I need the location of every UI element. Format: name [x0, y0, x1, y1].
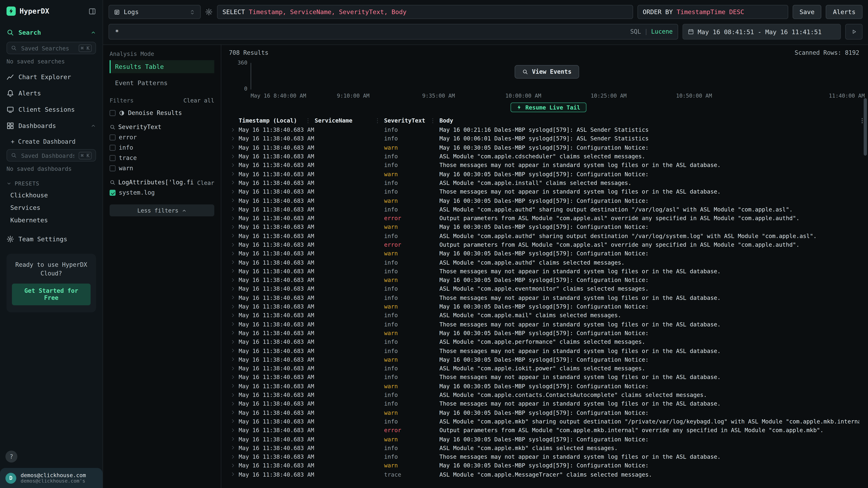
expand-row-icon[interactable] [230, 304, 236, 309]
log-row[interactable]: May 16 11:38:40.683 AMinfoThose messages… [229, 373, 868, 382]
sidebar-item-search[interactable]: Search [0, 24, 102, 41]
column-resize-grip-icon[interactable]: ⋮ [305, 117, 311, 124]
log-row[interactable]: May 16 11:38:40.683 AMinfoASL Module "co… [229, 390, 868, 399]
save-button[interactable]: Save [793, 5, 822, 19]
expand-row-icon[interactable] [230, 445, 236, 450]
log-row[interactable]: May 16 11:38:40.683 AMwarnMay 16 00:30:0… [229, 461, 868, 470]
lang-sql[interactable]: SQL [630, 28, 641, 35]
expand-row-icon[interactable] [230, 454, 236, 459]
log-row[interactable]: May 16 11:38:40.683 AMwarnMay 16 00:30:0… [229, 223, 868, 231]
filter-option-system.log[interactable]: system.log [110, 188, 214, 198]
filter-option-warn[interactable]: warn [110, 163, 214, 173]
user-menu[interactable]: D demos@clickhouse.com demos@clickhouse.… [0, 468, 102, 488]
log-row[interactable]: May 16 11:38:40.683 AMinfoThose messages… [229, 161, 868, 169]
log-row[interactable]: May 16 11:38:40.683 AMwarnMay 16 00:30:0… [229, 408, 868, 417]
saved-searches-field[interactable] [20, 44, 75, 52]
scrollbar-thumb[interactable] [864, 98, 867, 156]
log-row[interactable]: May 16 11:38:40.683 AMwarnMay 16 00:30:0… [229, 143, 868, 152]
less-filters-button[interactable]: Less filters [110, 204, 214, 216]
log-row[interactable]: May 16 11:38:40.683 AMinfoMay 16 00:06:0… [229, 134, 868, 143]
expand-row-icon[interactable] [230, 339, 236, 344]
saved-dashboards-input[interactable]: ⌘ K [6, 149, 96, 162]
expand-row-icon[interactable] [230, 366, 236, 371]
checkbox[interactable] [110, 155, 116, 161]
preset-clickhouse[interactable]: Clickhouse [0, 189, 102, 202]
sidebar-item-alerts[interactable]: Alerts [0, 85, 102, 101]
expand-row-icon[interactable] [230, 419, 236, 424]
expand-row-icon[interactable] [230, 392, 236, 397]
expand-row-icon[interactable] [230, 180, 236, 185]
expand-row-icon[interactable] [230, 357, 236, 362]
preset-services[interactable]: Services [0, 202, 102, 214]
presets-section-toggle[interactable]: PRESETS [0, 176, 102, 189]
log-row[interactable]: May 16 11:38:40.683 AMinfoThose messages… [229, 399, 868, 408]
preset-kubernetes[interactable]: Kubernetes [0, 214, 102, 227]
column-header-body[interactable]: Body [439, 117, 859, 124]
log-row[interactable]: May 16 11:38:40.683 AMerrorOutput parame… [229, 240, 868, 249]
log-row[interactable]: May 16 11:38:40.683 AMinfoThose messages… [229, 452, 868, 461]
filter-option-error[interactable]: error [110, 132, 214, 142]
log-row[interactable]: May 16 11:38:40.683 AMtraceASL Module "c… [229, 470, 868, 479]
expand-row-icon[interactable] [230, 154, 236, 159]
expand-row-icon[interactable] [230, 145, 236, 150]
log-row[interactable]: May 16 11:38:40.683 AMinfoASL Module "co… [229, 311, 868, 320]
filter-option-info[interactable]: info [110, 142, 214, 153]
column-header-timestamp[interactable]: Timestamp (Local) ⋮ [239, 117, 315, 124]
expand-row-icon[interactable] [230, 207, 236, 212]
log-row[interactable]: May 16 11:38:40.683 AMinfoASL Module "co… [229, 443, 868, 452]
expand-row-icon[interactable] [230, 410, 236, 415]
order-by-input[interactable]: ORDER BY TimestampTime DESC [637, 5, 788, 19]
expand-row-icon[interactable] [230, 286, 236, 291]
expand-row-icon[interactable] [230, 463, 236, 468]
mode-results-table[interactable]: Results Table [110, 60, 214, 73]
sidebar-collapse-icon[interactable] [88, 7, 96, 15]
alerts-button[interactable]: Alerts [826, 5, 863, 19]
log-row[interactable]: May 16 11:38:40.683 AMinfoASL Module "co… [229, 152, 868, 161]
search-query-field[interactable] [114, 28, 626, 36]
expand-row-icon[interactable] [230, 251, 236, 256]
column-header-severitytext[interactable]: SeverityText ⋮ [384, 117, 439, 124]
checkbox[interactable] [110, 110, 116, 116]
log-row[interactable]: May 16 11:38:40.683 AMwarnMay 16 00:30:0… [229, 382, 868, 390]
help-button[interactable]: ? [5, 451, 18, 462]
sidebar-item-chart-explorer[interactable]: Chart Explorer [0, 69, 102, 85]
expand-row-icon[interactable] [230, 225, 236, 229]
sidebar-item-client-sessions[interactable]: Client Sessions [0, 101, 102, 118]
log-row[interactable]: May 16 11:38:40.683 AMinfoASL Module "co… [229, 284, 868, 293]
log-row[interactable]: May 16 11:38:40.683 AMwarnMay 16 00:30:0… [229, 302, 868, 311]
log-row[interactable]: May 16 11:38:40.683 AMwarnMay 16 00:30:0… [229, 196, 868, 205]
expand-row-icon[interactable] [230, 295, 236, 300]
log-row[interactable]: May 16 11:38:40.683 AMinfoASL Module "co… [229, 337, 868, 346]
create-dashboard-button[interactable]: + Create Dashboard [0, 134, 102, 148]
log-row[interactable]: May 16 11:38:40.683 AMinfoASL Module "co… [229, 205, 868, 214]
expand-row-icon[interactable] [230, 436, 236, 442]
log-row[interactable]: May 16 11:38:40.683 AMwarnMay 16 00:30:0… [229, 355, 868, 364]
sidebar-item-team-settings[interactable]: Team Settings [0, 231, 102, 247]
checkbox[interactable] [110, 145, 116, 151]
log-row[interactable]: May 16 11:38:40.683 AMinfoASL Module "co… [229, 417, 868, 426]
log-row[interactable]: May 16 11:38:40.683 AMinfoThose messages… [229, 293, 868, 302]
log-row[interactable]: May 16 11:38:40.683 AMerrorOutput parame… [229, 214, 868, 223]
column-resize-grip-icon[interactable]: ⋮ [430, 117, 436, 124]
expand-row-icon[interactable] [230, 472, 236, 477]
expand-row-icon[interactable] [230, 233, 236, 238]
sidebar-item-dashboards[interactable]: Dashboards [0, 118, 102, 134]
log-row[interactable]: May 16 11:38:40.683 AMinfoASL Module "co… [229, 258, 868, 267]
expand-row-icon[interactable] [230, 242, 236, 247]
log-row[interactable]: May 16 11:38:40.683 AMinfoASL Module "co… [229, 364, 868, 373]
resume-live-tail-button[interactable]: Resume Live Tail [511, 102, 586, 112]
source-settings-button[interactable] [205, 8, 213, 16]
view-events-button[interactable]: View Events [515, 65, 579, 78]
log-row[interactable]: May 16 11:38:40.683 AMwarnMay 16 00:30:0… [229, 169, 868, 178]
clear-all-button[interactable]: Clear all [183, 97, 214, 104]
log-row[interactable]: May 16 11:38:40.683 AMinfoThose messages… [229, 267, 868, 275]
expand-row-icon[interactable] [230, 348, 236, 353]
log-row[interactable]: May 16 11:38:40.683 AMinfoASL Module "co… [229, 178, 868, 187]
saved-searches-input[interactable]: ⌘ K [6, 42, 96, 54]
expand-row-icon[interactable] [230, 384, 236, 388]
run-query-button[interactable] [845, 24, 863, 40]
sql-select-input[interactable]: SELECT Timestamp, ServiceName, SeverityT… [217, 5, 633, 19]
log-row[interactable]: May 16 11:38:40.683 AMwarnMay 16 00:30:0… [229, 275, 868, 284]
expand-row-icon[interactable] [230, 216, 236, 221]
column-header-servicename[interactable]: ServiceName ⋮ [315, 117, 384, 124]
